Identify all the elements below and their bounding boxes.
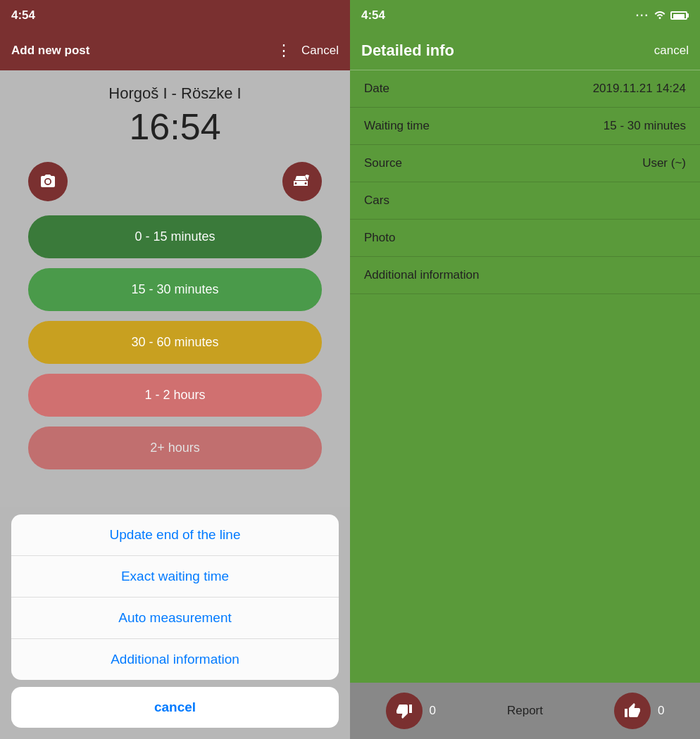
- more-button[interactable]: ⋮: [276, 42, 292, 60]
- detail-row-source: Source User (~): [350, 145, 700, 182]
- action-additional-info[interactable]: Additional information: [11, 639, 339, 680]
- report-button[interactable]: Report: [507, 704, 543, 718]
- detail-row-waiting-time: Waiting time 15 - 30 minutes: [350, 108, 700, 145]
- action-auto-measurement[interactable]: Auto measurement: [11, 598, 339, 639]
- camera-icon[interactable]: [28, 162, 68, 201]
- time-btn-2[interactable]: 30 - 60 minutes: [28, 321, 322, 364]
- action-sheet-main: Update end of the line Exact waiting tim…: [11, 514, 339, 680]
- time-display: 16:54: [129, 106, 220, 148]
- nav-bar-right: Detailed info cancel: [350, 31, 700, 70]
- left-panel: 4:54 Add new post ⋮ Cancel Horgoš I - Rö…: [0, 0, 350, 739]
- status-icons-right: ···: [636, 9, 689, 22]
- status-time-right: 4:54: [361, 8, 385, 23]
- nav-title-left: Add new post: [11, 44, 89, 58]
- detail-row-additional: Additional information: [350, 257, 700, 294]
- time-btn-0[interactable]: 0 - 15 minutes: [28, 215, 322, 258]
- detail-row-date: Date 2019.11.21 14:24: [350, 70, 700, 108]
- source-value: User (~): [642, 156, 686, 170]
- wifi-icon: [654, 9, 666, 22]
- thumbs-up-section: 0: [614, 693, 664, 729]
- cancel-button-left[interactable]: Cancel: [301, 44, 339, 58]
- detail-row-photo: Photo: [350, 220, 700, 257]
- signal-dots-icon: ···: [636, 9, 649, 22]
- action-sheet-overlay: Update end of the line Exact waiting tim…: [0, 507, 350, 739]
- bottom-bar: 0 Report 0: [350, 683, 700, 739]
- date-value: 2019.11.21 14:24: [593, 82, 686, 96]
- icon-row: [28, 162, 322, 201]
- time-btn-4[interactable]: 2+ hours: [28, 427, 322, 469]
- photo-label: Photo: [364, 231, 395, 244]
- battery-icon-right: [670, 11, 689, 20]
- thumbs-up-button[interactable]: [614, 693, 651, 729]
- status-time-left: 4:54: [11, 8, 35, 23]
- detail-row-cars: Cars: [350, 182, 700, 220]
- status-bar-right: 4:54 ···: [350, 0, 700, 31]
- status-bar-left: 4:54: [0, 0, 350, 31]
- thumbs-down-section: 0: [386, 693, 436, 729]
- right-panel: 4:54 ··· Detailed info cancel Date 2019.…: [350, 0, 700, 739]
- waiting-time-label: Waiting time: [364, 119, 430, 133]
- car-icon[interactable]: [282, 162, 322, 201]
- thumbs-up-count: 0: [658, 704, 664, 718]
- nav-title-right: Detailed info: [361, 42, 454, 60]
- location-title: Horgoš I - Röszke I: [108, 84, 241, 103]
- detail-content: Date 2019.11.21 14:24 Waiting time 15 - …: [350, 70, 700, 683]
- thumbs-down-count: 0: [430, 704, 436, 718]
- time-btn-1[interactable]: 15 - 30 minutes: [28, 268, 322, 311]
- action-exact-waiting[interactable]: Exact waiting time: [11, 556, 339, 598]
- source-label: Source: [364, 156, 402, 170]
- cancel-button-right[interactable]: cancel: [654, 44, 689, 58]
- additional-info-label: Additional information: [364, 268, 479, 282]
- time-btn-3[interactable]: 1 - 2 hours: [28, 374, 322, 417]
- waiting-time-value: 15 - 30 minutes: [604, 119, 686, 133]
- action-sheet-cancel[interactable]: cancel: [11, 687, 339, 728]
- nav-bar-left: Add new post ⋮ Cancel: [0, 31, 350, 70]
- thumbs-down-button[interactable]: [386, 693, 423, 729]
- cars-label: Cars: [364, 194, 389, 207]
- action-update-end[interactable]: Update end of the line: [11, 514, 339, 556]
- date-label: Date: [364, 82, 389, 96]
